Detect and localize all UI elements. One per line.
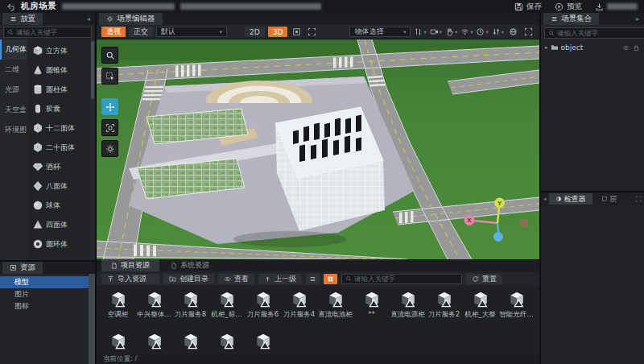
- category-geometry[interactable]: 几何体: [0, 39, 27, 60]
- maximize-button[interactable]: [522, 27, 535, 37]
- asset-item[interactable]: 刀片服务8: [172, 288, 208, 330]
- gizmo-z-ball[interactable]: [493, 232, 503, 242]
- camera-preset-select[interactable]: 默认 ▾: [156, 27, 227, 37]
- reset-button[interactable]: 重置: [466, 274, 502, 284]
- viewport-3d[interactable]: X Y: [97, 39, 539, 259]
- shape-item-octahedron[interactable]: 八面体: [27, 176, 90, 196]
- preview-button[interactable]: 预览: [555, 2, 582, 12]
- asset-item[interactable]: 刀片服务6: [245, 288, 281, 330]
- tab-place[interactable]: 放置: [2, 13, 43, 25]
- lock-icon[interactable]: [633, 44, 640, 52]
- asset-item[interactable]: 直流电源柜: [390, 288, 426, 330]
- export-button[interactable]: [595, 2, 638, 11]
- tree-search-input[interactable]: [557, 29, 642, 37]
- asset-item[interactable]: 刀片服务2: [426, 288, 462, 330]
- view-button[interactable]: 查看: [218, 274, 254, 284]
- mode-3d-button[interactable]: 3D: [268, 27, 288, 37]
- grid-view-toggle[interactable]: [324, 274, 337, 284]
- category-skybox[interactable]: 天空盒: [0, 100, 27, 120]
- gem-icon: [32, 161, 43, 172]
- shape-list-scrollbar[interactable]: [90, 39, 95, 260]
- tree-node-object[interactable]: ▸ object: [541, 41, 644, 54]
- tab-scene-editor[interactable]: 场景编辑器: [99, 13, 163, 25]
- assets-search-input[interactable]: [354, 275, 458, 283]
- eye-icon[interactable]: [622, 44, 630, 52]
- resource-panel: 资源 模型 图片 图标: [0, 262, 95, 364]
- asset-item[interactable]: 中兴整体…: [136, 288, 172, 330]
- frame-view-button[interactable]: [291, 27, 303, 37]
- asset-item[interactable]: [245, 330, 281, 354]
- asset-item[interactable]: 直流电池柜: [317, 288, 353, 330]
- move-tool[interactable]: [101, 98, 118, 115]
- asset-item[interactable]: 机柜_标…: [208, 288, 245, 330]
- transform-dropdown[interactable]: ▾: [414, 27, 426, 37]
- asset-item[interactable]: 智能光纤…: [498, 288, 535, 330]
- tree-search[interactable]: [544, 27, 644, 39]
- import-resource-button[interactable]: 导入资源: [101, 274, 159, 284]
- scene-canvas[interactable]: X Y: [97, 39, 539, 259]
- camera-dropdown[interactable]: ▾: [430, 27, 442, 37]
- assets-search[interactable]: [341, 274, 462, 284]
- zoom-tool[interactable]: [101, 47, 118, 64]
- scale-tool[interactable]: [101, 119, 118, 136]
- asset-item[interactable]: [100, 330, 136, 354]
- collapse-right-icon[interactable]: ▸: [634, 15, 642, 23]
- shape-item-torus[interactable]: 圆环体: [27, 234, 90, 254]
- asset-item[interactable]: 刀片服务4: [281, 288, 317, 330]
- shape-item-cube[interactable]: 立方体: [27, 41, 90, 60]
- scene-collection-toolbar: 添加组: [541, 25, 644, 41]
- reset-icon: [472, 275, 479, 283]
- tab-layers[interactable]: 层: [595, 193, 624, 205]
- tab-resource[interactable]: 资源: [2, 262, 43, 274]
- resource-panel-scrollbar[interactable]: [89, 274, 95, 364]
- shape-item-tetrahedron[interactable]: 四面体: [27, 215, 90, 234]
- orthographic-button[interactable]: 正交: [129, 27, 153, 37]
- shape-item-dodecahedron[interactable]: 十二面体: [27, 118, 90, 138]
- history-dropdown[interactable]: ▾: [476, 27, 488, 37]
- shape-search-input[interactable]: [16, 28, 88, 36]
- asset-item[interactable]: [208, 330, 245, 354]
- category-2d[interactable]: 二维: [0, 60, 27, 80]
- expand-icon[interactable]: [635, 196, 642, 202]
- resource-type-model[interactable]: 模型: [0, 276, 89, 288]
- collapse-left-icon[interactable]: ◂: [85, 15, 93, 23]
- tab-project-resources[interactable]: 项目资源: [101, 259, 159, 271]
- mode-2d-button[interactable]: 2D: [245, 27, 265, 37]
- rotate-settings-tool[interactable]: [101, 140, 118, 157]
- tab-system-resources[interactable]: 系统资源: [161, 259, 219, 271]
- shape-item-sphere[interactable]: 球体: [27, 196, 90, 215]
- resource-type-icon[interactable]: 图标: [0, 300, 89, 312]
- shape-item-icosahedron[interactable]: 二十面体: [27, 138, 90, 157]
- shape-item-capsule[interactable]: 胶囊: [27, 99, 90, 118]
- up-level-button[interactable]: 上一级: [258, 274, 302, 284]
- gizmo-negative-ball[interactable]: [520, 219, 529, 228]
- chevron-right-icon[interactable]: ▸: [545, 44, 548, 51]
- signal-dropdown[interactable]: ▾: [460, 27, 473, 37]
- shape-item-goblet[interactable]: 酒杯: [27, 157, 90, 176]
- asset-item[interactable]: 空调柜: [100, 288, 136, 330]
- tab-scene-collection[interactable]: 场景集合: [543, 13, 599, 25]
- perspective-button[interactable]: 透视: [101, 27, 126, 37]
- back-icon[interactable]: [6, 2, 15, 11]
- shape-item-cylinder[interactable]: 圆柱体: [27, 80, 90, 99]
- asset-item[interactable]: [136, 330, 172, 354]
- category-envmap[interactable]: 环境图: [0, 120, 27, 140]
- hand-tool-dropdown[interactable]: ▾: [445, 27, 457, 37]
- select-mode-dropdown[interactable]: 物体选择 ▾: [349, 27, 411, 37]
- list-view-toggle[interactable]: [306, 274, 320, 284]
- create-directory-button[interactable]: 创建目录: [163, 274, 214, 284]
- asset-item[interactable]: [172, 330, 208, 354]
- asset-item[interactable]: **: [353, 288, 390, 330]
- category-light[interactable]: 光源: [0, 80, 27, 100]
- asset-item[interactable]: 机柜_大整: [462, 288, 498, 330]
- shape-item-cone[interactable]: 圆锥体: [27, 60, 90, 80]
- tab-inspector[interactable]: 检查器: [549, 193, 592, 205]
- fullscreen-button[interactable]: [306, 27, 318, 37]
- resource-type-image[interactable]: 图片: [0, 288, 89, 300]
- save-button[interactable]: 保存: [514, 2, 542, 12]
- shape-search[interactable]: [3, 27, 92, 38]
- select-tool[interactable]: [101, 68, 118, 85]
- settings-dropdown[interactable]: ▾: [492, 27, 504, 37]
- globe-button[interactable]: [507, 27, 519, 37]
- chevron-left-icon[interactable]: ◂: [543, 196, 547, 202]
